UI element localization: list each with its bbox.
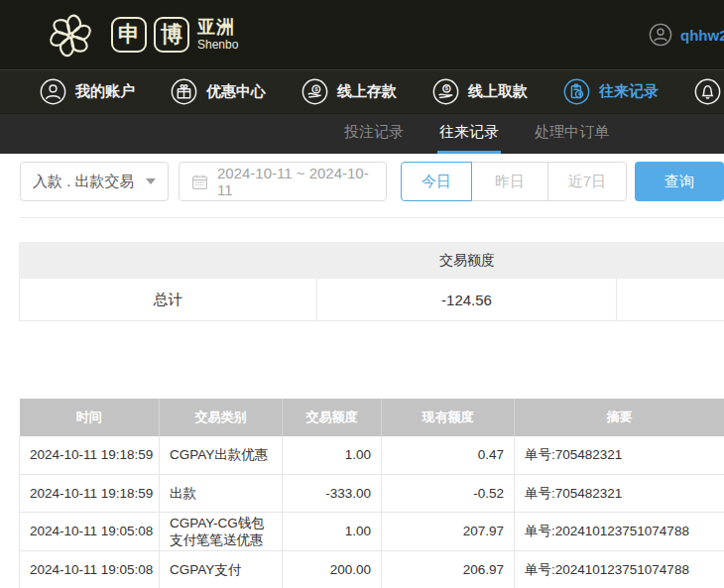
table-row: 2024-10-11 19:05:08 CGPAY支付 200.00 206.9… bbox=[20, 550, 724, 588]
last-7-days-button[interactable]: 近7日 bbox=[547, 162, 627, 201]
search-button[interactable]: 查询 bbox=[635, 162, 724, 201]
cell-summary: 单号:705482321 bbox=[515, 436, 724, 474]
col-summary: 摘要 bbox=[515, 399, 724, 436]
nav-label: 线上取款 bbox=[468, 82, 528, 101]
user-account[interactable]: qhhw2 bbox=[649, 0, 724, 69]
user-avatar-icon bbox=[649, 23, 672, 47]
table-row: 2024-10-11 19:18:59 出款 -333.00 -0.52 单号:… bbox=[20, 474, 724, 512]
cell-amount: 1.00 bbox=[283, 512, 382, 550]
deposit-coin-icon: $ bbox=[302, 78, 328, 105]
filter-bar: 入款 . 出款交易 2024-10-11 ~ 2024-10-11 今日 昨日 … bbox=[0, 154, 724, 201]
col-amount: 交易额度 bbox=[283, 399, 382, 436]
brand-subtitle: Shenbo bbox=[197, 39, 238, 52]
transaction-type-select[interactable]: 入款 . 出款交易 bbox=[20, 162, 169, 201]
main-nav: 我的账户 优惠中心 $ 线上存款 $ 线上取款 往来记录 bbox=[0, 69, 724, 113]
svg-text:$: $ bbox=[314, 86, 318, 92]
nav-item-promotions[interactable]: 优惠中心 bbox=[171, 78, 266, 105]
cell-time: 2024-10-11 19:05:08 bbox=[20, 550, 160, 588]
table-row: 2024-10-11 19:18:59 CGPAY出款优惠 1.00 0.47 … bbox=[20, 436, 724, 474]
cell-time: 2024-10-11 19:05:08 bbox=[20, 512, 160, 550]
brand-char-shen: 申 bbox=[111, 17, 147, 53]
nav-item-messages[interactable]: 信息 bbox=[694, 78, 724, 105]
brand-name-boxes: 申 博 bbox=[111, 17, 189, 53]
cell-time: 2024-10-11 19:18:59 bbox=[20, 436, 160, 474]
col-time: 时间 bbox=[20, 399, 160, 436]
brand-logo[interactable]: 申 博 亚洲 Shenbo bbox=[42, 6, 238, 63]
cell-summary: 单号:202410123751074788 bbox=[515, 512, 724, 550]
transaction-type-value: 入款 . 出款交易 bbox=[33, 173, 135, 191]
cell-balance: 0.47 bbox=[382, 436, 515, 474]
yesterday-button[interactable]: 昨日 bbox=[471, 162, 548, 201]
cell-type: CGPAY出款优惠 bbox=[160, 436, 283, 474]
nav-item-my-account[interactable]: 我的账户 bbox=[40, 78, 135, 105]
user-circle-icon bbox=[40, 78, 66, 105]
cell-balance: 206.97 bbox=[382, 550, 515, 588]
nav-item-withdraw[interactable]: $ 线上取款 bbox=[432, 78, 528, 105]
clipboard-clock-icon bbox=[563, 78, 590, 105]
cell-amount: -333.00 bbox=[283, 474, 382, 512]
table-header-row: 时间 交易类别 交易额度 现有额度 摘要 bbox=[20, 399, 724, 436]
summary-table: 交易额度 总计 -124.56 bbox=[19, 242, 724, 321]
withdraw-coin-icon: $ bbox=[432, 78, 459, 105]
summary-header-label: 交易额度 bbox=[317, 252, 617, 270]
cell-time: 2024-10-11 19:18:59 bbox=[20, 474, 160, 512]
tab-pending-orders[interactable]: 处理中订单 bbox=[533, 114, 611, 154]
cell-type: 出款 bbox=[160, 474, 283, 512]
record-tabs: 投注记录 往来记录 处理中订单 bbox=[0, 113, 724, 154]
summary-total-value: -124.56 bbox=[317, 279, 617, 321]
transactions-table: 时间 交易类别 交易额度 现有额度 摘要 2024-10-11 19:18:59… bbox=[19, 399, 724, 588]
today-button[interactable]: 今日 bbox=[401, 162, 472, 201]
cell-amount: 200.00 bbox=[283, 550, 382, 588]
nav-item-deposit[interactable]: $ 线上存款 bbox=[302, 78, 397, 105]
calendar-icon bbox=[191, 174, 208, 190]
cell-type: CGPAY支付 bbox=[160, 550, 283, 588]
top-header: 申 博 亚洲 Shenbo qhhw2 bbox=[0, 0, 724, 69]
nav-item-transaction-records[interactable]: 往来记录 bbox=[563, 78, 659, 105]
date-range-input[interactable]: 2024-10-11 ~ 2024-10-11 bbox=[179, 162, 387, 201]
gift-icon bbox=[171, 78, 197, 105]
caret-down-icon bbox=[146, 178, 156, 184]
bell-icon bbox=[694, 78, 721, 105]
table-row: 2024-10-11 19:05:08 CGPAY-CG钱包支付笔笔送优惠 1.… bbox=[20, 512, 724, 550]
cell-summary: 单号:705482321 bbox=[515, 474, 724, 512]
nav-label: 往来记录 bbox=[599, 82, 659, 101]
username[interactable]: qhhw2 bbox=[680, 27, 724, 44]
brand-char-bo: 博 bbox=[154, 17, 189, 53]
cell-summary: 单号:202410123751074788 bbox=[515, 550, 724, 588]
col-balance: 现有额度 bbox=[382, 399, 515, 436]
tab-transaction-records[interactable]: 往来记录 bbox=[437, 114, 501, 154]
filter-divider bbox=[20, 217, 724, 218]
col-type: 交易类别 bbox=[160, 399, 283, 436]
flower-logo-icon bbox=[42, 6, 99, 63]
cell-balance: 207.97 bbox=[382, 512, 515, 550]
cell-balance: -0.52 bbox=[382, 474, 515, 512]
brand-region: 亚洲 bbox=[197, 18, 238, 37]
summary-total-row: 总计 -124.56 bbox=[19, 279, 724, 321]
nav-label: 优惠中心 bbox=[206, 82, 266, 101]
cell-amount: 1.00 bbox=[283, 436, 382, 474]
tab-bet-records[interactable]: 投注记录 bbox=[342, 114, 406, 154]
summary-total-label: 总计 bbox=[19, 279, 317, 321]
summary-header-row: 交易额度 bbox=[19, 242, 724, 279]
svg-text:$: $ bbox=[445, 85, 449, 91]
date-range-value: 2024-10-11 ~ 2024-10-11 bbox=[217, 165, 374, 198]
nav-label: 我的账户 bbox=[75, 82, 135, 101]
quick-date-group: 今日 昨日 近7日 bbox=[401, 162, 627, 201]
nav-label: 线上存款 bbox=[337, 82, 397, 101]
cell-type: CGPAY-CG钱包支付笔笔送优惠 bbox=[160, 512, 283, 550]
